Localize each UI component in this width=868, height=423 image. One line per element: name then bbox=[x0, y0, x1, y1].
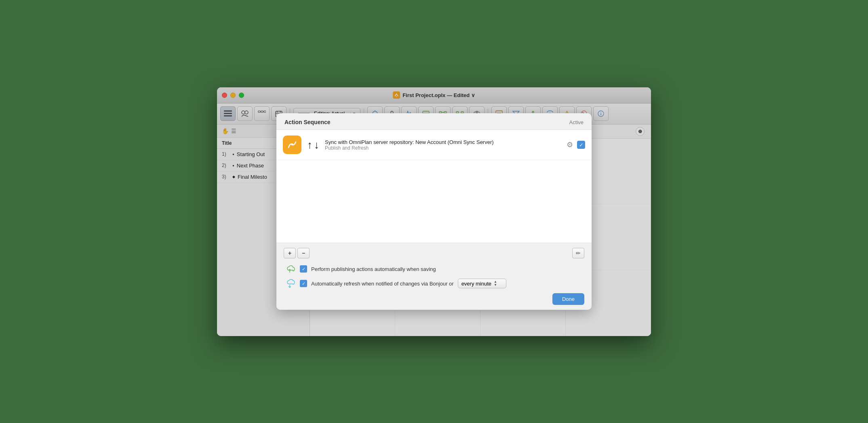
add-action-button[interactable]: + bbox=[284, 248, 296, 258]
auto-publish-checkbox[interactable]: ✓ bbox=[300, 265, 307, 273]
action-name: Sync with OmniPlan server repository: Ne… bbox=[325, 139, 561, 145]
auto-refresh-option-row: ✓ Automatically refresh when notified of… bbox=[284, 279, 584, 288]
modal-body: ↑ ↓ Sync with OmniPlan server repository… bbox=[276, 130, 592, 243]
checkmark-icon: ✓ bbox=[579, 142, 584, 148]
action-controls: ⚙ ✓ bbox=[567, 140, 585, 149]
modal-header: Action Sequence Active bbox=[276, 113, 592, 130]
auto-refresh-checkbox[interactable]: ✓ bbox=[300, 280, 307, 287]
action-text: Sync with OmniPlan server repository: Ne… bbox=[325, 139, 561, 151]
svg-point-42 bbox=[291, 144, 293, 146]
done-button[interactable]: Done bbox=[552, 293, 584, 305]
modal-footer: + − ✏ bbox=[276, 243, 592, 310]
action-subtitle: Publish and Refresh bbox=[325, 145, 561, 151]
auto-publish-label: Perform publishing actions automatically… bbox=[311, 266, 436, 272]
publish-refresh-icons: ↑ ↓ bbox=[307, 139, 319, 151]
modal-active-label: Active bbox=[569, 119, 584, 125]
checkmark-icon: ✓ bbox=[302, 281, 305, 286]
refresh-interval-dropdown[interactable]: every minute ▲ ▼ bbox=[458, 279, 506, 288]
cloud-upload-icon bbox=[284, 264, 296, 274]
modal-toolbar: + − ✏ bbox=[284, 248, 584, 258]
cloud-download-icon bbox=[284, 279, 296, 288]
edit-action-button[interactable]: ✏ bbox=[572, 248, 584, 258]
action-row: ↑ ↓ Sync with OmniPlan server repository… bbox=[276, 130, 592, 160]
checkmark-icon: ✓ bbox=[302, 266, 305, 272]
remove-action-button[interactable]: − bbox=[297, 248, 310, 258]
auto-publish-option-row: ✓ Perform publishing actions automatical… bbox=[284, 264, 584, 274]
modal-overlay: Action Sequence Active bbox=[217, 87, 651, 336]
action-active-checkbox[interactable]: ✓ bbox=[577, 141, 585, 149]
modal-title: Action Sequence bbox=[284, 119, 331, 125]
settings-gear-icon[interactable]: ⚙ bbox=[567, 140, 573, 149]
upload-arrow-icon: ↑ bbox=[307, 139, 312, 151]
auto-refresh-label: Automatically refresh when notified of c… bbox=[311, 281, 454, 287]
refresh-interval-value: every minute bbox=[461, 281, 491, 287]
sync-service-icon bbox=[283, 135, 301, 154]
download-arrow-icon: ↓ bbox=[314, 139, 319, 151]
main-window: First Project.oplx — Edited ∨ Editing: A… bbox=[217, 87, 651, 336]
pencil-icon: ✏ bbox=[576, 250, 581, 256]
action-sequence-modal: Action Sequence Active bbox=[276, 113, 592, 310]
dropdown-stepper-icon: ▲ ▼ bbox=[494, 280, 497, 287]
